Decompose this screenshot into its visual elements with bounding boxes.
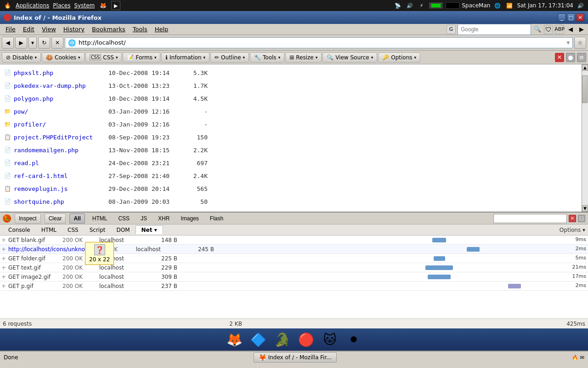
taskbar-inkscape[interactable]: ⚫ [344,329,364,350]
network-icon[interactable]: 🌐 [493,1,502,10]
bottom-icon2[interactable]: ✉ [580,355,584,361]
all-tab-button[interactable]: All [69,213,85,224]
stop-button[interactable]: ✕ [51,37,63,49]
forward-button[interactable]: ▶ [15,37,27,49]
console-subtab[interactable]: Console [3,226,36,234]
expand-icon[interactable]: + [0,255,7,262]
images-tab-button[interactable]: Images [177,213,202,224]
view-source-button[interactable]: 🔍 View Source ▾ [322,52,377,63]
scroll-down-arrow[interactable]: ▼ [582,205,588,212]
file-link[interactable]: randomemailgen.php [14,147,106,154]
expand-icon[interactable]: + [0,274,7,280]
list-item[interactable]: + http://localhost/icons/unknown.gif ✓ O… [0,245,588,254]
expand-icon[interactable]: + [0,246,7,253]
reload-button[interactable]: ↻ [38,37,50,49]
abp-icon[interactable]: ABP [555,25,564,34]
sysbar-icon2[interactable]: 🔊 [405,1,414,10]
net-subtab[interactable]: Net ▾ [136,225,163,234]
file-link[interactable]: ref-card-1.html [14,172,106,179]
toolbar-close-btn[interactable]: ✕ [555,53,564,62]
file-link[interactable]: shortquine.php [14,198,106,205]
volume-icon[interactable]: 📶 [505,1,514,10]
file-link[interactable]: tank.html [14,211,106,212]
clear-button[interactable]: Clear [45,213,66,224]
forward-dropdown[interactable]: ▾ [28,37,37,49]
search-magnify-icon[interactable]: 🔍 [533,25,542,34]
firefox-icon[interactable]: 🦊 [98,1,107,10]
firebug-search-input[interactable] [493,214,567,223]
flash-tab-button[interactable]: Flash [206,213,227,224]
css-tab-button[interactable]: CSS [114,213,133,224]
css-button[interactable]: CSS CSS ▾ [85,52,122,63]
vertical-scrollbar[interactable]: ▲ ▼ [582,64,588,212]
css-subtab[interactable]: CSS [62,226,84,234]
inspect-button[interactable]: Inspect [15,213,41,224]
maximize-button[interactable]: □ [567,13,575,22]
file-link[interactable]: read.pl [14,160,106,167]
menu-history[interactable]: History [60,25,88,34]
firebug-search-close[interactable]: ✕ [569,215,576,222]
cookies-button[interactable]: 🍪 Cookies ▾ [42,52,85,63]
net-options-button[interactable]: Options ▾ [560,227,585,233]
toolbar-more-btn[interactable]: ≡ [577,53,586,62]
file-link[interactable]: polygon.php [14,95,106,102]
star-button[interactable]: ☆ [574,37,586,49]
apps-icon[interactable]: 🔥 [3,1,12,10]
expand-icon[interactable]: + [0,283,7,289]
taskbar-icon3[interactable]: 🐊 [272,329,292,350]
forms-button[interactable]: 📝 Forms ▾ [123,52,160,63]
js-tab-button[interactable]: JS [137,213,151,224]
toolbar-settings-btn[interactable]: ● [566,53,575,62]
menu-search-field[interactable] [458,24,531,35]
close-button[interactable]: ✕ [576,13,584,22]
taskbar-gimp[interactable]: 🐱 [320,329,340,350]
scroll-thumb[interactable] [582,75,588,103]
information-button[interactable]: ℹ Information ▾ [161,52,209,63]
html-tab-button[interactable]: HTML [89,213,111,224]
system-menu[interactable]: System [74,2,95,9]
taskbar-cube[interactable]: 🔷 [248,329,268,350]
file-link[interactable]: removeplugin.js [14,185,106,192]
file-link[interactable]: phpxslt.php [14,69,106,76]
xhr-tab-button[interactable]: XHR [154,213,173,224]
minimize-button[interactable]: _ [558,13,566,22]
url-bar[interactable]: 🌐 http://localhost/ ▾ [65,37,573,48]
disable-button[interactable]: ⊘ Disable ▾ [2,52,41,63]
bottom-icon1[interactable]: 🔥 [572,355,578,361]
url-dropdown[interactable]: ▾ [566,39,570,46]
extra-icon1[interactable]: ◀ [566,25,575,34]
html-subtab[interactable]: HTML [36,226,62,234]
list-item[interactable]: + GET image2.gif 200 OK localhost 309 B … [0,272,588,282]
addon-icon[interactable]: 🛡 [544,25,553,34]
file-link[interactable]: pow/ [14,108,106,115]
menu-help[interactable]: Help [151,25,172,34]
taskbar-firefox[interactable]: 🦊 [224,329,244,350]
resize-button[interactable]: ⊞ Resize ▾ [285,52,322,63]
list-item[interactable]: + GET p.gif 200 OK localhost 237 B 2ms [0,282,588,291]
menu-edit[interactable]: Edit [19,25,38,34]
sysbar-icon1[interactable]: 📡 [393,1,402,10]
extra-icon2[interactable]: ▶ [577,25,586,34]
tools-button[interactable]: 🔧 Tools ▾ [250,52,284,63]
menu-file[interactable]: File [2,25,19,34]
menu-view[interactable]: View [38,25,60,34]
expand-icon[interactable]: + [0,264,7,271]
script-subtab[interactable]: Script [84,226,111,234]
options-button[interactable]: 🔑 Options ▾ [378,52,420,63]
file-link[interactable]: pokedex-var-dump.php [14,82,106,89]
google-icon[interactable]: G [447,25,456,34]
dom-subtab[interactable]: DOM [111,226,135,234]
menu-bookmarks[interactable]: Bookmarks [88,25,129,34]
back-button[interactable]: ◀ [2,37,14,49]
apps-menu[interactable]: Applications [16,2,49,9]
taskbar-opera[interactable]: 🔴 [296,329,316,350]
file-link[interactable]: profiler/ [14,121,106,128]
menu-search-input[interactable] [461,26,528,33]
scroll-up-arrow[interactable]: ▲ [582,64,588,71]
places-menu[interactable]: Places [53,2,70,9]
speaker-icon[interactable]: 🔊 [576,1,585,10]
outline-button[interactable]: ✏ Outline ▾ [210,52,249,63]
sysbar-icon3[interactable]: ⚡ [417,1,426,10]
menu-tools[interactable]: Tools [129,25,151,34]
scroll-track[interactable] [582,71,588,205]
